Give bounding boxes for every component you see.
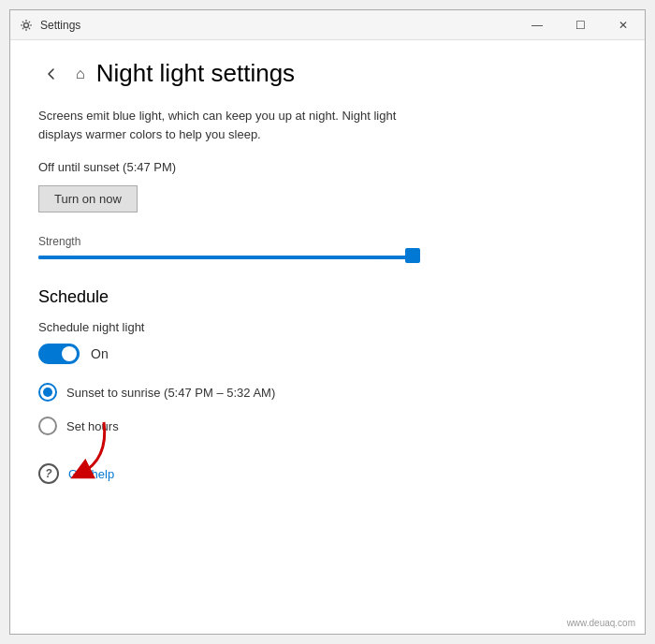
schedule-toggle[interactable]: [38, 344, 80, 364]
status-text: Off until sunset (5:47 PM): [38, 160, 617, 174]
description-text: Screens emit blue light, which can keep …: [38, 107, 431, 143]
strength-section: Strength: [38, 235, 617, 259]
radio-group: Sunset to sunrise (5:47 PM – 5:32 AM) Se…: [38, 383, 617, 435]
header-row: ⌂ Night light settings: [38, 59, 617, 88]
strength-slider-track[interactable]: [38, 256, 413, 259]
radio-inner-sunset: [43, 388, 52, 397]
page-title: Night light settings: [96, 59, 295, 88]
titlebar: Settings — ☐ ✕: [10, 10, 645, 40]
radio-set-hours-label: Set hours: [66, 419, 119, 433]
svg-point-0: [24, 22, 29, 27]
watermark: www.deuaq.com: [567, 618, 635, 628]
home-icon: ⌂: [76, 66, 85, 82]
radio-circle-sunset: [38, 383, 57, 402]
maximize-button[interactable]: ☐: [559, 10, 602, 40]
radio-circle-set-hours: [38, 417, 57, 435]
radio-sunset-label: Sunset to sunrise (5:47 PM – 5:32 AM): [66, 386, 275, 400]
schedule-title: Schedule: [38, 287, 617, 307]
slider-thumb[interactable]: [405, 248, 420, 263]
get-help-link[interactable]: Get help: [68, 467, 114, 481]
strength-label: Strength: [38, 235, 617, 248]
schedule-night-light-label: Schedule night light: [38, 320, 617, 334]
slider-filled: [38, 256, 375, 259]
titlebar-controls: — ☐ ✕: [516, 10, 645, 40]
main-content: ⌂ Night light settings Screens emit blue…: [10, 40, 645, 634]
help-row: ? Get help: [38, 463, 617, 484]
close-button[interactable]: ✕: [602, 10, 645, 40]
settings-icon: [20, 19, 33, 32]
content: ⌂ Night light settings Screens emit blue…: [10, 40, 645, 634]
turn-on-now-button[interactable]: Turn on now: [38, 185, 138, 212]
titlebar-title: Settings: [40, 19, 80, 32]
help-icon: ?: [38, 463, 59, 484]
toggle-state-label: On: [91, 346, 109, 361]
toggle-thumb: [62, 346, 77, 361]
toggle-row: On: [38, 344, 617, 364]
back-icon: [45, 67, 58, 80]
titlebar-left: Settings: [20, 19, 80, 32]
back-button[interactable]: [38, 61, 65, 87]
radio-sunset[interactable]: Sunset to sunrise (5:47 PM – 5:32 AM): [38, 383, 617, 402]
minimize-button[interactable]: —: [516, 10, 559, 40]
schedule-section: Schedule Schedule night light On Sun: [38, 287, 617, 435]
radio-set-hours[interactable]: Set hours: [38, 417, 617, 435]
strength-slider-container: [38, 256, 617, 259]
